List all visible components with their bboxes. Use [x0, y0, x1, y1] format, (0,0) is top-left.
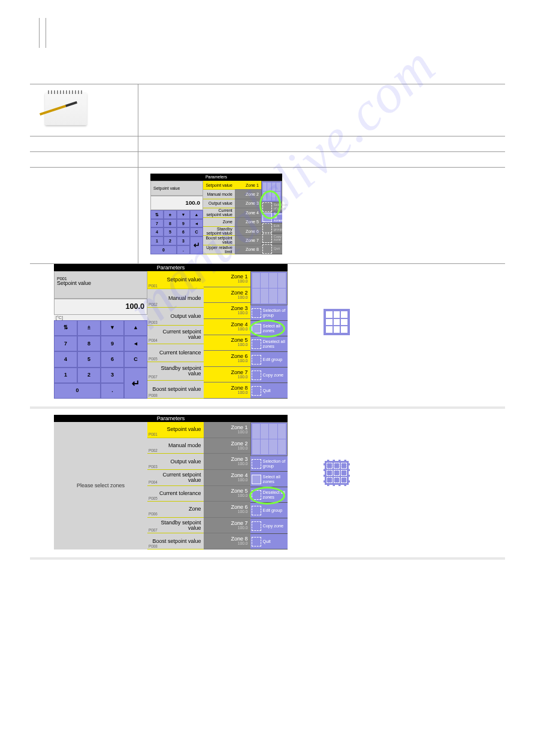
- param-item[interactable]: P003Output value: [147, 454, 204, 470]
- kp-0[interactable]: 0: [54, 383, 101, 399]
- param-item[interactable]: Current setpoint value: [203, 208, 235, 217]
- copy-zone-button[interactable]: Copy zone: [250, 518, 288, 534]
- zone-item[interactable]: Zone 1: [235, 181, 261, 190]
- kp-6[interactable]: 6: [177, 227, 190, 236]
- zone-item[interactable]: Zone 5100.0: [204, 335, 250, 351]
- zone-item[interactable]: Zone 5100.0: [204, 486, 250, 502]
- kp-1[interactable]: 1: [54, 368, 77, 383]
- zone-grid-icon[interactable]: [261, 181, 282, 202]
- param-item[interactable]: P007Standby setpoint value: [147, 362, 204, 380]
- param-item[interactable]: P007Standby setpoint value: [147, 518, 204, 534]
- edit-group-button[interactable]: Edit group: [250, 352, 288, 368]
- zone-item[interactable]: Zone 3: [235, 199, 261, 208]
- kp-c[interactable]: C: [190, 227, 203, 236]
- zone-item[interactable]: Zone 1100.0: [204, 422, 250, 438]
- kp-down[interactable]: [101, 320, 124, 336]
- zone-item[interactable]: Zone 6: [235, 227, 261, 236]
- kp-6[interactable]: 6: [101, 351, 124, 367]
- edit-group-button[interactable]: Edit group: [250, 503, 288, 518]
- param-item[interactable]: Setpoint value: [203, 181, 235, 190]
- zone-item[interactable]: Zone 3100.0: [204, 303, 250, 319]
- select-all-zones-button[interactable]: Select all zones: [250, 321, 288, 336]
- zone-item[interactable]: Zone 2100.0: [204, 438, 250, 454]
- kp-up[interactable]: [190, 210, 203, 219]
- kp-8[interactable]: 8: [164, 219, 177, 228]
- kp-updown[interactable]: [54, 320, 77, 336]
- zone-item[interactable]: Zone 7100.0: [204, 518, 250, 534]
- quit-button[interactable]: Quit: [250, 383, 288, 399]
- zone-item[interactable]: Zone 6100.0: [204, 351, 250, 367]
- param-item[interactable]: P001Setpoint value: [147, 271, 204, 289]
- param-item[interactable]: Zone: [203, 218, 235, 227]
- kp-pm[interactable]: [164, 210, 177, 219]
- deselect-all-zones-button[interactable]: Deselect all zones: [250, 336, 288, 352]
- zone-item[interactable]: Zone 4: [235, 208, 261, 217]
- kp-2[interactable]: 2: [77, 368, 101, 383]
- kp-4[interactable]: 4: [54, 351, 77, 367]
- param-item[interactable]: P005Current tolerance: [147, 486, 204, 502]
- kp-enter[interactable]: [190, 236, 203, 254]
- kp-7[interactable]: 7: [54, 336, 77, 351]
- zone-item[interactable]: Zone 5: [235, 218, 261, 227]
- param-item[interactable]: Output value: [203, 199, 235, 208]
- kp-c[interactable]: C: [124, 351, 147, 367]
- kp-7[interactable]: 7: [150, 219, 164, 228]
- zone-item[interactable]: Zone 4100.0: [204, 319, 250, 335]
- param-item[interactable]: P001Setpoint value: [147, 422, 204, 438]
- deselect-all-zones-button[interactable]: Deselect all zones: [250, 487, 288, 503]
- kp-dot[interactable]: .: [101, 383, 124, 399]
- copy-zone-button[interactable]: Copy zone: [261, 233, 282, 244]
- param-item[interactable]: Boost setpoint value: [203, 236, 235, 245]
- kp-back[interactable]: [124, 336, 147, 351]
- kp-5[interactable]: 5: [77, 351, 101, 367]
- selection-of-group-button[interactable]: Selection of group: [261, 202, 282, 212]
- zone-item[interactable]: Zone 4100.0: [204, 470, 250, 486]
- kp-9[interactable]: 9: [101, 336, 124, 351]
- select-all-zones-button[interactable]: Select all zones: [250, 472, 288, 487]
- param-item[interactable]: P003Output value: [147, 308, 204, 326]
- zone-item[interactable]: Zone 7: [235, 236, 261, 245]
- quit-button[interactable]: Quit: [261, 244, 282, 254]
- zone-item[interactable]: Zone 3100.0: [204, 454, 250, 470]
- param-item[interactable]: Standby setpoint value: [203, 227, 235, 236]
- copy-zone-button[interactable]: Copy zone: [250, 368, 288, 383]
- zone-item[interactable]: Zone 8100.0: [204, 382, 250, 399]
- kp-down[interactable]: [177, 210, 190, 219]
- param-item[interactable]: P008Boost setpoint value: [147, 381, 204, 399]
- kp-2[interactable]: 2: [164, 236, 177, 245]
- zone-item[interactable]: Zone 8100.0: [204, 533, 250, 549]
- param-item[interactable]: P004Current setpoint value: [147, 326, 204, 344]
- selection-of-group-button[interactable]: Selection of group: [250, 456, 288, 472]
- kp-8[interactable]: 8: [77, 336, 101, 351]
- kp-up[interactable]: [124, 320, 147, 336]
- zone-grid-icon[interactable]: [250, 271, 288, 305]
- zone-item[interactable]: Zone 2100.0: [204, 287, 250, 303]
- zone-item[interactable]: Zone 8: [235, 245, 261, 254]
- param-item[interactable]: P002Manual mode: [147, 289, 204, 307]
- kp-9[interactable]: 9: [177, 219, 190, 228]
- kp-updown[interactable]: [150, 210, 164, 219]
- select-all-zones-button[interactable]: Select all zones: [261, 212, 282, 223]
- param-item[interactable]: Upper relative limit: [203, 245, 235, 254]
- zone-item[interactable]: Zone 7100.0: [204, 367, 250, 383]
- kp-enter[interactable]: [124, 368, 147, 399]
- selection-of-group-button[interactable]: Selection of group: [250, 305, 288, 321]
- param-item[interactable]: P004Current setpoint value: [147, 470, 204, 486]
- zone-item[interactable]: Zone 2: [235, 190, 261, 199]
- param-item[interactable]: P006Zone: [147, 502, 204, 518]
- kp-4[interactable]: 4: [150, 227, 164, 236]
- quit-button[interactable]: Quit: [250, 534, 288, 549]
- param-item[interactable]: P005Current tolerance: [147, 344, 204, 362]
- param-item[interactable]: P008Boost setpoint value: [147, 533, 204, 549]
- kp-pm[interactable]: [77, 320, 101, 336]
- kp-back[interactable]: [190, 219, 203, 228]
- kp-0[interactable]: 0: [150, 245, 177, 254]
- kp-dot[interactable]: .: [177, 245, 190, 254]
- edit-group-button[interactable]: Edit group: [261, 223, 282, 233]
- kp-3[interactable]: 3: [101, 368, 124, 383]
- kp-5[interactable]: 5: [164, 227, 177, 236]
- param-item[interactable]: Manual mode: [203, 190, 235, 199]
- kp-3[interactable]: 3: [177, 236, 190, 245]
- param-item[interactable]: P002Manual mode: [147, 438, 204, 454]
- zone-item[interactable]: Zone 1100.0: [204, 271, 250, 287]
